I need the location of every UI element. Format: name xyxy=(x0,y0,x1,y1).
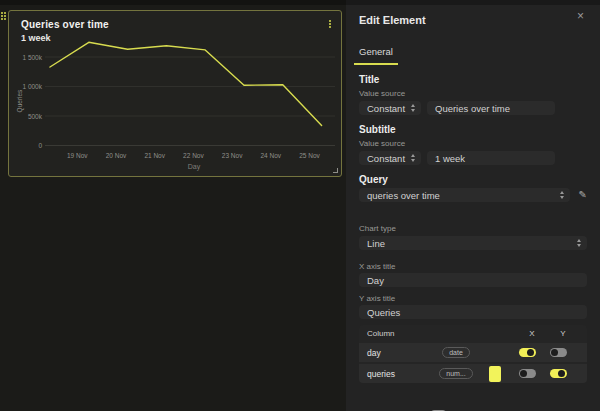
subtitle-source-value: Constant xyxy=(367,153,405,164)
resize-handle-icon[interactable] xyxy=(333,168,338,173)
column-x-toggle[interactable] xyxy=(519,348,536,357)
chart-menu-icon[interactable] xyxy=(327,18,333,30)
chart-type-value: Line xyxy=(367,238,385,249)
chart-title: Queries over time xyxy=(21,19,109,30)
chart-type-select[interactable]: Line xyxy=(359,236,587,250)
y-axis-tick-label: 0 xyxy=(38,142,42,149)
chart-line xyxy=(50,42,322,125)
x-axis-title-input[interactable] xyxy=(359,273,587,287)
column-color-swatch[interactable] xyxy=(489,366,501,382)
column-name: queries xyxy=(367,369,434,379)
chart-subtitle: 1 week xyxy=(21,33,109,43)
tab-general[interactable]: General xyxy=(354,46,398,65)
y-axis-tick-label: 1 000k xyxy=(22,83,42,90)
title-source-select[interactable]: Constant xyxy=(359,101,421,115)
subtitle-value-source-label: Value source xyxy=(359,139,587,148)
column-type-badge: num... xyxy=(439,368,472,379)
window-top-edge xyxy=(0,0,600,5)
chart-element[interactable]: 1 500k1 000k500k019 Nov20 Nov21 Nov22 No… xyxy=(8,10,342,177)
x-axis-tick-label: 21 Nov xyxy=(144,152,165,159)
column-header: Column xyxy=(367,329,439,338)
subtitle-value-input[interactable] xyxy=(427,151,555,165)
x-axis-tick-label: 23 Nov xyxy=(222,152,243,159)
tab-bar: General xyxy=(359,41,587,65)
x-axis-title-label: X axis title xyxy=(359,262,587,271)
title-value-input[interactable] xyxy=(427,101,555,115)
y-axis-tick-label: 500k xyxy=(28,113,43,120)
columns-table: Column X Y daydatequeriesnum... xyxy=(359,325,587,383)
column-y-toggle[interactable] xyxy=(550,348,567,357)
x-axis-tick-label: 22 Nov xyxy=(183,152,204,159)
column-row: daydate xyxy=(359,343,587,362)
column-row: queriesnum... xyxy=(359,364,587,383)
select-updown-icon xyxy=(560,191,564,199)
column-type-badge: date xyxy=(442,347,470,358)
x-header: X xyxy=(517,329,547,338)
edit-query-icon[interactable]: ✎ xyxy=(579,190,587,200)
columns-table-header: Column X Y xyxy=(359,325,587,341)
y-header: Y xyxy=(547,329,579,338)
title-value-source-label: Value source xyxy=(359,89,587,98)
edit-element-panel: Edit Element × General Title Value sourc… xyxy=(346,0,600,411)
select-updown-icon xyxy=(411,104,415,112)
x-axis-tick-label: 24 Nov xyxy=(260,152,281,159)
subtitle-source-select[interactable]: Constant xyxy=(359,151,421,165)
y-axis-title: Queries xyxy=(16,89,24,113)
y-axis-title-label: Y axis title xyxy=(359,294,587,303)
query-select-value: queries over time xyxy=(367,190,440,201)
y-axis-tick-label: 1 500k xyxy=(22,54,42,61)
column-x-toggle[interactable] xyxy=(519,369,536,378)
select-updown-icon xyxy=(411,154,415,162)
title-section-label: Title xyxy=(359,74,587,85)
x-axis-tick-label: 25 Nov xyxy=(299,152,320,159)
close-icon[interactable]: × xyxy=(577,9,584,23)
dashboard-canvas: 1 500k1 000k500k019 Nov20 Nov21 Nov22 No… xyxy=(0,0,346,411)
x-axis-tick-label: 20 Nov xyxy=(106,152,127,159)
column-y-toggle[interactable] xyxy=(550,369,567,378)
chart-type-label: Chart type xyxy=(359,224,587,233)
subtitle-section-label: Subtitle xyxy=(359,124,587,135)
query-section-label: Query xyxy=(359,174,587,185)
drag-handle-icon[interactable] xyxy=(1,12,6,20)
title-source-value: Constant xyxy=(367,103,405,114)
column-name: day xyxy=(367,348,434,358)
x-axis-title: Day xyxy=(188,163,201,171)
x-axis-tick-label: 19 Nov xyxy=(67,152,88,159)
query-select[interactable]: queries over time xyxy=(359,188,570,202)
panel-title: Edit Element xyxy=(359,14,426,26)
select-updown-icon xyxy=(577,239,581,247)
panel-header: Edit Element × xyxy=(359,10,587,26)
y-axis-title-input[interactable] xyxy=(359,305,587,319)
